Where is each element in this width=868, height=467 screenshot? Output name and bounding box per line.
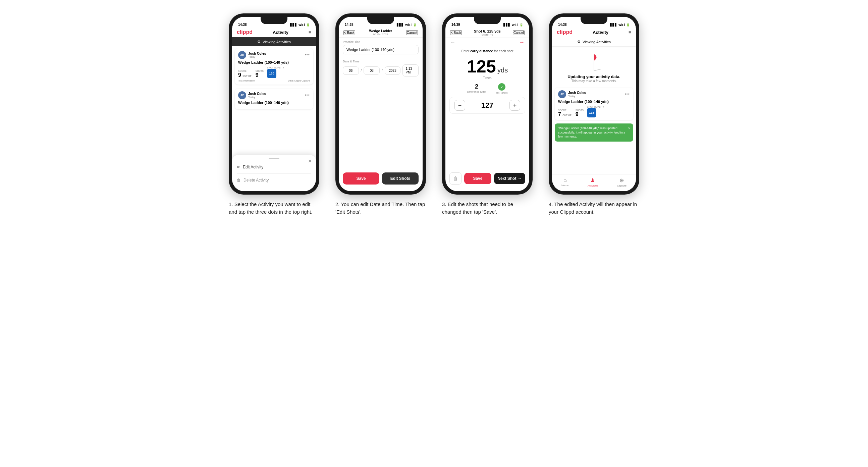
sheet-close-icon[interactable]: ✕	[308, 158, 312, 164]
increment-button[interactable]: +	[509, 100, 520, 111]
shot-header-center: Shot 6, 125 yds Score 7/9	[474, 29, 501, 36]
sq-badge-4: 118	[587, 108, 596, 117]
date-sep-1: /	[361, 69, 362, 72]
next-shot-arrow[interactable]: →	[519, 39, 525, 45]
wifi-icon-2: WiFi	[405, 23, 411, 27]
viewing-label-4: Viewing Activities	[583, 40, 611, 44]
hit-target-label: Hit Target	[496, 91, 507, 94]
shot-header-3: < Back Shot 6, 125 yds Score 7/9 Cancel	[445, 28, 529, 38]
shot-bottom-bar: 🗑 Save Next Shot →	[450, 173, 525, 185]
app-header-4: clippd Activity ≡	[552, 28, 636, 37]
phones-container: 14:38 ▋▋▋ WiFi 🔋 clippd Activity ≡ ⚙ Vie…	[225, 13, 643, 216]
activities-label: Activities	[588, 184, 598, 187]
dots-menu-4[interactable]: •••	[624, 92, 630, 97]
nav-home[interactable]: ⌂ Home	[561, 177, 568, 187]
hamburger-icon-1[interactable]: ≡	[309, 30, 311, 35]
toast-close-icon[interactable]: ✕	[628, 126, 630, 131]
save-button-2[interactable]: Save	[343, 173, 379, 185]
viewing-label-1: Viewing Activities	[262, 40, 291, 44]
phone-3-frame: 14:39 ▋▋▋ WiFi 🔋 < Back Shot 6, 125 yds …	[442, 13, 533, 195]
shot-nav-row: ← →	[445, 38, 529, 46]
score-group-1: Score 9 OUT OF	[238, 70, 252, 78]
trash-button-3[interactable]: 🗑	[450, 173, 462, 185]
home-label: Home	[561, 184, 568, 187]
shots-group-4: Shots 9	[576, 109, 584, 117]
nav-activities[interactable]: ♟ Activities	[588, 177, 598, 187]
phone-1-col: 14:38 ▋▋▋ WiFi 🔋 clippd Activity ≡ ⚙ Vie…	[225, 13, 323, 216]
year-field[interactable]: 2023	[385, 66, 401, 75]
user-date-1: Today	[248, 55, 266, 58]
user-meta-4: Josh Coles Today	[568, 91, 586, 98]
date-sep-2: /	[382, 69, 383, 72]
user-meta-2: Josh Coles Today	[248, 92, 266, 99]
activity-card-1[interactable]: JC Josh Coles Today ••• Wedge Ladder (10…	[235, 48, 313, 85]
user-info-2: JC Josh Coles Today	[238, 91, 266, 99]
nav-capture[interactable]: ⊕ Capture	[617, 177, 626, 187]
shots-label-1: Shots	[255, 70, 264, 72]
dots-menu-2[interactable]: •••	[305, 93, 310, 98]
time-field[interactable]: 1:13 PM	[402, 64, 418, 76]
stepper-row: − 127 +	[450, 97, 525, 114]
header-title-1: Activity	[273, 30, 288, 35]
viewing-banner-1: ⚙ Viewing Activities	[232, 37, 316, 46]
save-shot-button[interactable]: Save	[464, 173, 491, 184]
edit-shots-button[interactable]: Edit Shots	[382, 173, 418, 185]
sheet-divider	[237, 174, 311, 174]
practice-input[interactable]	[343, 45, 418, 54]
yds-label: yds	[497, 66, 508, 74]
edit-bottom-buttons: Save Edit Shots	[343, 173, 418, 185]
toast-message: "Wedge Ladder (100-140 yds)" was updated…	[558, 126, 625, 138]
day-field[interactable]: 06	[343, 66, 359, 75]
signal-icon-2: ▋▋▋	[397, 23, 404, 27]
activity-card-4[interactable]: JC Josh Coles Today ••• Wedge Ladder (10…	[555, 88, 633, 120]
shots-val-4: 9	[576, 112, 584, 117]
time-3: 14:39	[452, 23, 460, 27]
dots-menu-1[interactable]: •••	[305, 53, 310, 57]
signal-icon-1: ▋▋▋	[290, 23, 297, 27]
updating-sub: This may take a few moments.	[571, 79, 617, 83]
hamburger-icon-4[interactable]: ≡	[628, 30, 631, 35]
card-data-1: Data: Clippd Capture	[288, 80, 310, 82]
cancel-button-2[interactable]: Cancel	[406, 30, 418, 35]
user-name-1: Josh Coles	[248, 52, 266, 55]
delete-activity-item[interactable]: 🗑 Delete Activity	[237, 175, 311, 186]
decrement-button[interactable]: −	[455, 100, 465, 111]
edit-header-2: < Back Wedge Ladder 06 Mar 2023 Cancel	[339, 28, 423, 38]
user-info-4: JC Josh Coles Today	[558, 90, 586, 98]
header-title-4: Activity	[593, 30, 609, 35]
card-header-1: JC Josh Coles Today •••	[238, 51, 310, 59]
prev-shot-arrow[interactable]: ←	[450, 39, 456, 45]
caption-3: 3. Edit the shots that need to be change…	[442, 200, 533, 216]
back-button-2[interactable]: < Back	[343, 30, 355, 35]
stepper-value: 127	[469, 101, 506, 110]
next-shot-button[interactable]: Next Shot →	[494, 173, 525, 184]
sq-group-4: Shot Quality 118	[587, 106, 604, 117]
edit-sub-2: 06 Mar 2023	[369, 33, 393, 36]
edit-activity-item[interactable]: ✏ Edit Activity	[237, 161, 311, 173]
hit-target-stat: ✓ Hit Target	[496, 83, 507, 94]
practice-label: Practice Title	[343, 40, 418, 43]
back-button-3[interactable]: < Back	[450, 30, 462, 35]
phone-2-screen: 14:38 ▋▋▋ WiFi 🔋 < Back Wedge Ladder 06 …	[339, 17, 423, 191]
shot-title-3: Shot 6, 125 yds	[474, 29, 501, 33]
filter-icon-4: ⚙	[577, 39, 581, 44]
notch-3	[474, 17, 501, 24]
battery-icon-3: 🔋	[520, 23, 523, 27]
activity-card-2[interactable]: JC Josh Coles Today ••• Wedge Ladder (10…	[235, 89, 313, 110]
score-val-4: 7 OUT OF	[558, 112, 572, 117]
user-date-2: Today	[248, 96, 266, 99]
avatar-2: JC	[238, 91, 246, 99]
stats-mid-row: 2 Difference (yds) ✓ Hit Target	[445, 81, 529, 97]
stats-row-1: Score 9 OUT OF Shots 9 Shot Quality 130	[238, 66, 310, 78]
user-name-2: Josh Coles	[248, 92, 266, 96]
notch-1	[260, 17, 287, 24]
bottom-sheet-1: ✕ ✏ Edit Activity 🗑 Delete Activity	[232, 155, 316, 191]
logo-4: clippd	[557, 29, 572, 35]
battery-icon-2: 🔋	[413, 23, 416, 27]
month-field[interactable]: 03	[364, 66, 380, 75]
phone-1-screen: 14:38 ▋▋▋ WiFi 🔋 clippd Activity ≡ ⚙ Vie…	[232, 17, 316, 191]
cancel-button-3[interactable]: Cancel	[513, 30, 525, 35]
time-1: 14:38	[238, 23, 247, 27]
phone-4-frame: 14:38 ▋▋▋ WiFi 🔋 clippd Activity ≡ ⚙ Vie…	[549, 13, 639, 195]
filter-icon-1: ⚙	[257, 39, 260, 44]
